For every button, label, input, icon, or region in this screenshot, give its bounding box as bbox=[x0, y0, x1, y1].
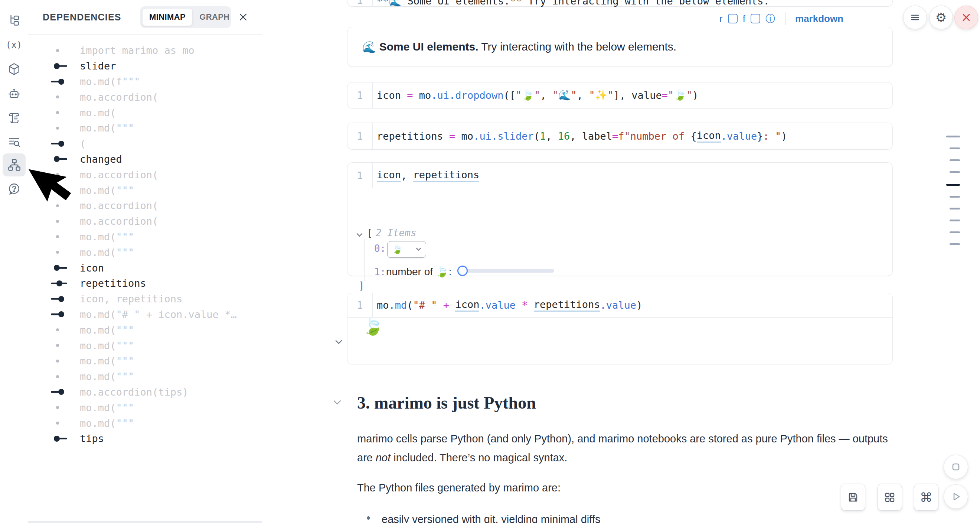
dependency-row[interactable]: mo.accordion(tips) bbox=[28, 384, 262, 400]
dependency-row[interactable]: icon, repetitions bbox=[28, 291, 262, 307]
dependency-row[interactable]: mo.md(""" bbox=[28, 322, 262, 338]
run-config-f[interactable]: f bbox=[743, 13, 745, 24]
dependency-row[interactable]: mo.md(""" bbox=[28, 415, 262, 431]
variable-link[interactable]: icon bbox=[377, 169, 401, 182]
code-line[interactable]: icon = mo.ui.dropdown(["🍃", "🌊", "✨"], v… bbox=[377, 83, 889, 108]
slider-track[interactable] bbox=[458, 269, 554, 273]
file-tree-button[interactable] bbox=[3, 9, 25, 32]
checkbox-f[interactable] bbox=[751, 14, 760, 23]
tab-graph[interactable]: GRAPH bbox=[192, 8, 236, 26]
minimap-cell-dash[interactable] bbox=[950, 243, 960, 245]
code-token: .value bbox=[479, 300, 515, 311]
snippets-button[interactable] bbox=[3, 107, 25, 130]
dropdown-widget[interactable]: 🍃 bbox=[387, 241, 426, 258]
code-token: .value bbox=[721, 131, 757, 142]
minimap-cell-dash[interactable] bbox=[950, 159, 960, 161]
paragraph-line: are not included. There’s no magical syn… bbox=[357, 452, 567, 464]
code-token bbox=[443, 131, 449, 142]
code-token: : " bbox=[763, 131, 781, 142]
save-button[interactable] bbox=[841, 484, 865, 511]
minimap-cell-dash[interactable] bbox=[950, 147, 960, 149]
dependency-row[interactable]: mo.md("# " + icon.value *… bbox=[28, 307, 262, 322]
code-line[interactable]: **🌊 Some UI elements.** Try interacting … bbox=[377, 0, 889, 7]
dependency-row[interactable]: mo.accordion( bbox=[28, 89, 262, 105]
dependency-row[interactable]: mo.md(""" bbox=[28, 338, 262, 353]
section-collapse-chevron-icon[interactable] bbox=[333, 400, 341, 407]
dependency-row[interactable]: mo.md(""" bbox=[28, 353, 262, 369]
cell-3[interactable]: 1 repetitions = mo.ui.slider(1, 16, labe… bbox=[347, 123, 893, 150]
layout-button[interactable] bbox=[878, 484, 902, 511]
packages-button[interactable] bbox=[3, 57, 25, 81]
cell-dot-icon bbox=[51, 353, 68, 369]
notebook-menu-button[interactable] bbox=[903, 6, 927, 29]
tab-minimap[interactable]: MINIMAP bbox=[142, 8, 192, 26]
dependency-row[interactable]: mo.md(f""" bbox=[28, 74, 262, 89]
code-token: = bbox=[612, 131, 618, 142]
variable-link[interactable]: icon bbox=[697, 130, 721, 143]
variable-link[interactable]: repetitions bbox=[534, 299, 600, 312]
collapse-chevron-icon[interactable] bbox=[356, 228, 363, 239]
dependency-row[interactable]: slider bbox=[28, 58, 262, 74]
variables-button[interactable]: (x) bbox=[3, 33, 25, 56]
dependency-row[interactable]: changed bbox=[28, 151, 262, 167]
cell-4[interactable]: 1 icon, repetitions [ 2 Items 0: 🍃 1: nu… bbox=[347, 162, 893, 276]
dependency-row[interactable]: mo.md( bbox=[28, 105, 262, 120]
dependency-row[interactable]: mo.md(""" bbox=[28, 244, 262, 260]
settings-button[interactable]: ⚙ bbox=[929, 6, 953, 29]
minimap-cell-dash[interactable] bbox=[946, 136, 960, 137]
variable-link[interactable]: repetitions bbox=[413, 169, 480, 182]
code-line[interactable]: icon, repetitions bbox=[377, 163, 889, 188]
item-count: 2 Items bbox=[375, 227, 417, 238]
shutdown-button[interactable] bbox=[955, 6, 978, 29]
cell-dot-icon bbox=[51, 338, 68, 353]
language-mode-button[interactable]: markdown bbox=[795, 13, 843, 24]
slider-label: number of 🍃: bbox=[386, 266, 452, 278]
help-button[interactable] bbox=[3, 177, 25, 201]
dependencies-button[interactable] bbox=[3, 153, 25, 177]
code-line[interactable]: repetitions = mo.ui.slider(1, 16, label=… bbox=[377, 123, 889, 149]
dependency-row[interactable]: tips bbox=[28, 431, 262, 446]
minimap-cell-dash[interactable] bbox=[950, 171, 960, 173]
minimap-cell-dash[interactable] bbox=[950, 196, 960, 198]
dependency-row-label: mo.accordion(tips) bbox=[80, 386, 189, 398]
menu-icon bbox=[910, 12, 921, 23]
dependencies-header: DEPENDENCIES MINIMAP GRAPH bbox=[28, 0, 262, 35]
panel-scrollbar[interactable] bbox=[28, 521, 262, 523]
minimap-cell-dash[interactable] bbox=[950, 231, 960, 233]
close-panel-button[interactable] bbox=[236, 10, 251, 24]
minimap-cell-dash[interactable] bbox=[946, 184, 960, 186]
slider-thumb[interactable] bbox=[457, 266, 468, 276]
code-token: f"number of bbox=[618, 131, 690, 142]
variable-link[interactable]: icon bbox=[455, 299, 479, 312]
run-config-r[interactable]: r bbox=[719, 13, 723, 24]
scratchpad-search-button[interactable] bbox=[3, 131, 25, 153]
dependency-row[interactable]: ( bbox=[28, 136, 262, 151]
chevron-down-icon bbox=[416, 247, 421, 251]
close-icon bbox=[239, 13, 248, 22]
dependency-row[interactable]: import marimo as mo bbox=[28, 43, 262, 58]
dependency-row[interactable]: mo.md(""" bbox=[28, 229, 262, 245]
cell-1-editor[interactable]: 1 **🌊 Some UI elements.** Try interactin… bbox=[347, 0, 893, 7]
code-line[interactable]: mo.md("# " + icon.value * repetitions.va… bbox=[377, 293, 889, 317]
dependency-row[interactable]: icon bbox=[28, 260, 262, 276]
minimap-cell-dash[interactable] bbox=[950, 208, 960, 209]
output-collapse-chevron-icon[interactable] bbox=[335, 339, 342, 346]
minimap-cell-dash[interactable] bbox=[950, 220, 960, 222]
code-token: .ui.slider bbox=[473, 131, 534, 142]
tree-output: [ 2 Items 0: 🍃 1: number of 🍃: ] bbox=[347, 189, 892, 276]
dependency-row-label: mo.accordion( bbox=[80, 91, 158, 103]
cell-2[interactable]: 1 icon = mo.ui.dropdown(["🍃", "🌊", "✨"],… bbox=[347, 82, 893, 108]
cell-5[interactable]: 1 mo.md("# " + icon.value * repetitions.… bbox=[347, 293, 893, 364]
run-all-button[interactable] bbox=[943, 485, 968, 509]
info-icon[interactable]: ⓘ bbox=[765, 12, 775, 25]
checkbox-r[interactable] bbox=[728, 14, 738, 23]
code-token: mo bbox=[377, 300, 389, 311]
dependency-row[interactable]: mo.md(""" bbox=[28, 120, 262, 136]
stop-button[interactable] bbox=[943, 454, 968, 479]
ai-assistant-button[interactable] bbox=[3, 82, 25, 105]
keyboard-shortcuts-button[interactable]: ⌘ bbox=[914, 484, 939, 511]
code-token bbox=[437, 300, 443, 311]
dependency-row[interactable]: repetitions bbox=[28, 276, 262, 291]
dependency-row[interactable]: mo.md(""" bbox=[28, 400, 262, 415]
dependency-row[interactable]: mo.md(""" bbox=[28, 369, 262, 384]
